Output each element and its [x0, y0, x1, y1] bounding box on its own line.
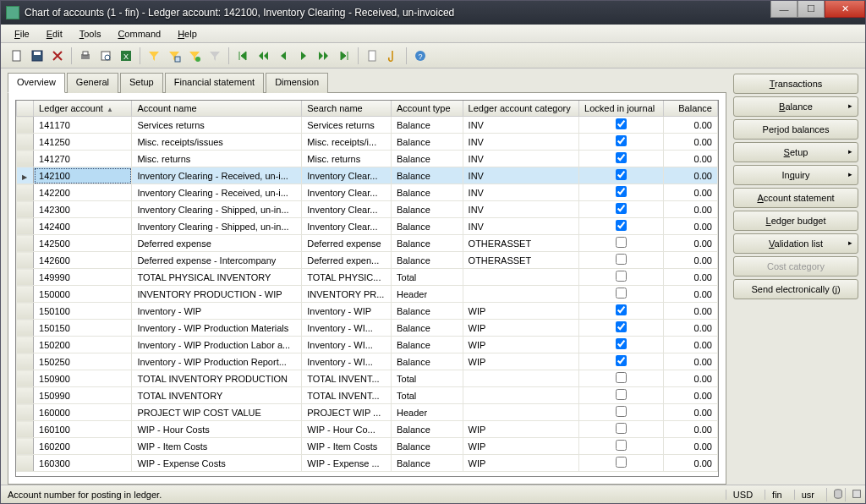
cell-account-name[interactable]: Services returns	[132, 117, 302, 134]
cell-account-type[interactable]: Total	[392, 387, 463, 404]
table-row[interactable]: 160200WIP - Item CostsWIP - Item CostsBa…	[17, 438, 718, 455]
print-icon[interactable]	[76, 47, 95, 65]
cell-search-name[interactable]: Inventory - WI...	[302, 337, 392, 353]
cell-locked[interactable]	[579, 235, 664, 252]
cell-account-name[interactable]: Deferred expense	[132, 235, 302, 252]
remove-filter-icon[interactable]	[206, 47, 224, 65]
cell-search-name[interactable]: Misc. receipts/i...	[302, 134, 392, 151]
locked-checkbox[interactable]	[616, 304, 627, 315]
cell-ledger-account[interactable]: 150150	[34, 320, 132, 337]
help-icon[interactable]: ?	[411, 47, 430, 65]
accounts-grid[interactable]: Ledger account▲ Account name Search name…	[15, 100, 719, 477]
cell-ledger-account[interactable]: 149990	[34, 269, 132, 286]
cell-search-name[interactable]: Inventory - WIP	[302, 303, 392, 320]
cell-category[interactable]: WIP	[463, 337, 578, 353]
cell-locked[interactable]	[579, 353, 664, 370]
cell-search-name[interactable]: Inventory Clear...	[302, 184, 392, 201]
cell-balance[interactable]: 0.00	[664, 151, 718, 167]
close-button[interactable]: ✕	[825, 1, 865, 18]
cell-account-name[interactable]: Inventory - WIP	[132, 303, 302, 320]
cell-locked[interactable]	[579, 269, 664, 286]
cell-account-type[interactable]: Balance	[392, 353, 463, 370]
cell-search-name[interactable]: TOTAL INVENT...	[302, 370, 392, 387]
cell-search-name[interactable]: TOTAL INVENT...	[302, 387, 392, 404]
cell-balance[interactable]: 0.00	[664, 286, 718, 303]
table-row[interactable]: 142600Deferred expense - IntercompanyDef…	[17, 252, 718, 269]
document-icon[interactable]	[363, 47, 381, 65]
cell-category[interactable]	[463, 286, 578, 303]
cell-category[interactable]	[463, 387, 578, 404]
print-preview-icon[interactable]	[96, 47, 115, 65]
table-row[interactable]: 150990TOTAL INVENTORYTOTAL INVENT...Tota…	[17, 387, 718, 404]
table-row[interactable]: 141170Services returnsServices returnsBa…	[17, 117, 718, 134]
cell-search-name[interactable]: Deferred expen...	[302, 252, 392, 269]
cell-locked[interactable]	[579, 438, 664, 455]
cell-account-name[interactable]: WIP - Item Costs	[132, 438, 302, 455]
cell-category[interactable]: INV	[463, 117, 578, 134]
locked-checkbox[interactable]	[616, 254, 627, 265]
save-icon[interactable]	[28, 47, 47, 65]
cell-account-name[interactable]: TOTAL INVENTORY PRODUCTION	[132, 370, 302, 387]
table-row[interactable]: 142200Inventory Clearing - Received, un-…	[17, 184, 718, 201]
table-row[interactable]: 160100WIP - Hour CostsWIP - Hour Co...Ba…	[17, 421, 718, 438]
cell-ledger-account[interactable]: 150100	[34, 303, 132, 320]
cell-search-name[interactable]: Inventory - WI...	[302, 320, 392, 337]
cell-account-type[interactable]: Balance	[392, 252, 463, 269]
menu-file[interactable]: File	[8, 27, 36, 41]
locked-checkbox[interactable]	[616, 372, 627, 383]
cost-category-button[interactable]: Cost category	[733, 256, 858, 277]
cell-account-name[interactable]: PROJECT WIP COST VALUE	[132, 404, 302, 421]
cell-locked[interactable]	[579, 184, 664, 201]
cell-account-name[interactable]: Deferred expense - Intercompany	[132, 252, 302, 269]
status-company[interactable]: fin	[765, 490, 789, 500]
cell-ledger-account[interactable]: 142200	[34, 184, 132, 201]
cell-balance[interactable]: 0.00	[664, 134, 718, 151]
cell-category[interactable]: INV	[463, 201, 578, 218]
cell-account-name[interactable]: Inventory Clearing - Received, un-i...	[132, 184, 302, 201]
cell-search-name[interactable]: PROJECT WIP ...	[302, 404, 392, 421]
locked-checkbox[interactable]	[616, 271, 627, 282]
cell-account-name[interactable]: Inventory Clearing - Shipped, un-in...	[132, 201, 302, 218]
cell-account-type[interactable]: Balance	[392, 337, 463, 353]
tab-setup[interactable]: Setup	[120, 73, 163, 93]
ledger-budget-button[interactable]: Ledger budget	[733, 211, 858, 231]
locked-checkbox[interactable]	[616, 457, 627, 468]
new-icon[interactable]	[8, 47, 26, 65]
cell-ledger-account[interactable]: 142500	[34, 235, 132, 252]
cell-account-type[interactable]: Balance	[392, 134, 463, 151]
cell-ledger-account[interactable]: 141270	[34, 151, 132, 167]
cell-account-type[interactable]: Balance	[392, 184, 463, 201]
cell-category[interactable]: INV	[463, 167, 578, 184]
menu-edit[interactable]: Edit	[40, 27, 69, 41]
period-balances-button[interactable]: Period balances	[733, 119, 858, 140]
cell-category[interactable]: WIP	[463, 455, 578, 472]
cell-account-name[interactable]: Inventory Clearing - Shipped, un-in...	[132, 218, 302, 235]
maximize-button[interactable]: ☐	[797, 1, 825, 18]
locked-checkbox[interactable]	[616, 220, 627, 231]
cell-balance[interactable]: 0.00	[664, 370, 718, 387]
table-row[interactable]: 150900TOTAL INVENTORY PRODUCTIONTOTAL IN…	[17, 370, 718, 387]
cell-balance[interactable]: 0.00	[664, 320, 718, 337]
last-icon[interactable]	[335, 47, 354, 65]
cell-category[interactable]	[463, 370, 578, 387]
prev-page-icon[interactable]	[254, 47, 272, 65]
cell-balance[interactable]: 0.00	[664, 269, 718, 286]
cell-locked[interactable]	[579, 320, 664, 337]
cell-ledger-account[interactable]: 141170	[34, 117, 132, 134]
cell-account-name[interactable]: Inventory - WIP Production Labor a...	[132, 337, 302, 353]
cell-account-name[interactable]: WIP - Hour Costs	[132, 421, 302, 438]
cell-search-name[interactable]: Inventory Clear...	[302, 167, 392, 184]
cell-ledger-account[interactable]: 150250	[34, 353, 132, 370]
cell-ledger-account[interactable]: 142600	[34, 252, 132, 269]
col-search-name[interactable]: Search name	[302, 101, 392, 117]
locked-checkbox[interactable]	[616, 135, 627, 146]
cell-locked[interactable]	[579, 286, 664, 303]
cell-account-type[interactable]: Balance	[392, 117, 463, 134]
cell-locked[interactable]	[579, 167, 664, 184]
cell-account-name[interactable]: TOTAL INVENTORY	[132, 387, 302, 404]
table-row[interactable]: 150250Inventory - WIP Production Report.…	[17, 353, 718, 370]
cell-search-name[interactable]: Misc. returns	[302, 151, 392, 167]
table-row[interactable]: 149990TOTAL PHYSICAL INVENTORYTOTAL PHYS…	[17, 269, 718, 286]
table-row[interactable]: 142400Inventory Clearing - Shipped, un-i…	[17, 218, 718, 235]
cell-ledger-account[interactable]: 150000	[34, 286, 132, 303]
